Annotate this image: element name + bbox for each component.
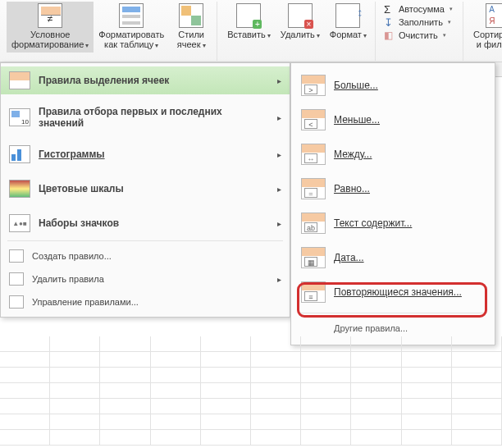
- conditional-formatting-button[interactable]: Условное форматирование: [7, 2, 94, 53]
- conditional-formatting-icon: [38, 3, 62, 28]
- duplicate-values-item[interactable]: ≡ Повторяющиеся значения...: [291, 275, 495, 309]
- between-item[interactable]: ↔ Между...: [291, 137, 495, 171]
- fill-button[interactable]: Заполнить: [381, 16, 456, 28]
- date-label: Дата...: [334, 252, 364, 263]
- color-scales-icon: [9, 180, 30, 198]
- chevron-right-icon: ▸: [277, 219, 281, 228]
- date-icon: ▦: [301, 247, 326, 268]
- sigma-icon: [384, 3, 395, 15]
- new-rule-label: Создать правило...: [32, 251, 281, 261]
- less-than-item[interactable]: < Меньше...: [291, 103, 495, 137]
- duplicate-label: Повторяющиеся значения...: [334, 286, 462, 298]
- between-label: Между...: [334, 149, 372, 160]
- equal-to-icon: =: [301, 178, 326, 199]
- icon-sets-icon: [9, 214, 30, 232]
- conditional-formatting-label: Условное форматирование: [11, 30, 89, 51]
- worksheet-cells[interactable]: [0, 336, 502, 448]
- color-scales-label: Цветовые шкалы: [39, 183, 269, 194]
- manage-rules-label: Управление правилами...: [32, 297, 281, 307]
- format-as-table-icon: [119, 3, 144, 28]
- format-icon: [335, 3, 360, 28]
- sort-filter-button[interactable]: Сортировка и фильтр: [468, 2, 502, 53]
- insert-button[interactable]: Вставить: [222, 2, 276, 43]
- styles-group: Условное форматирование Форматировать ка…: [3, 2, 217, 61]
- greater-than-label: Больше...: [334, 80, 378, 91]
- insert-icon: [236, 3, 261, 28]
- between-icon: ↔: [301, 144, 326, 165]
- insert-label: Вставить: [227, 30, 271, 41]
- a-date-item[interactable]: ▦ Дата...: [291, 240, 495, 275]
- new-rule-icon: [9, 249, 24, 263]
- chevron-right-icon: ▸: [277, 185, 281, 194]
- clear-label: Очистить: [399, 30, 438, 40]
- cell-styles-icon: [179, 3, 203, 28]
- ribbon: Условное форматирование Форматировать ка…: [0, 0, 502, 62]
- icon-sets-item[interactable]: Наборы значков ▸: [1, 209, 290, 237]
- highlight-cells-label: Правила выделения ячеек: [39, 75, 269, 86]
- delete-icon: [288, 3, 313, 28]
- clear-button[interactable]: Очистить: [381, 30, 456, 41]
- clear-rules-icon: [9, 272, 24, 286]
- autosum-button[interactable]: Автосумма: [381, 3, 456, 15]
- cell-styles-button[interactable]: Стили ячеек: [169, 2, 213, 53]
- top-bottom-rules-item[interactable]: Правила отбора первых и последних значен…: [1, 101, 290, 134]
- editing-group: Автосумма Заполнить Очистить: [377, 2, 463, 61]
- fill-icon: [384, 16, 395, 28]
- duplicate-icon: ≡: [301, 281, 326, 303]
- text-contains-icon: ab: [301, 213, 326, 234]
- chevron-right-icon: ▸: [277, 275, 281, 284]
- more-rules-label: Другие правила...: [301, 323, 408, 333]
- delete-button[interactable]: Удалить: [276, 2, 325, 43]
- highlight-cells-rules-item[interactable]: Правила выделения ячеек ▸: [1, 66, 290, 94]
- top-bottom-label: Правила отбора первых и последних значен…: [39, 106, 269, 129]
- manage-rules-item[interactable]: Управление правилами...: [1, 290, 290, 313]
- fill-label: Заполнить: [399, 17, 443, 27]
- autosum-label: Автосумма: [399, 4, 445, 14]
- editing-stack: Автосумма Заполнить Очистить: [381, 2, 456, 41]
- clear-rules-item[interactable]: Удалить правила ▸: [1, 267, 290, 290]
- chevron-right-icon: ▸: [277, 113, 281, 122]
- less-than-label: Меньше...: [334, 114, 380, 126]
- format-label: Формат: [330, 30, 367, 41]
- sort-filter-label: Сортировка и фильтр: [473, 30, 502, 51]
- clear-rules-label: Удалить правила: [32, 274, 269, 284]
- cells-group: Вставить Удалить Формат: [219, 2, 376, 61]
- format-button[interactable]: Формат: [325, 2, 372, 43]
- conditional-formatting-menu: Правила выделения ячеек ▸ Правила отбора…: [0, 62, 290, 318]
- erase-icon: [384, 30, 395, 41]
- chevron-right-icon: ▸: [277, 76, 281, 85]
- manage-rules-icon: [9, 295, 24, 309]
- data-bars-icon: [9, 145, 30, 163]
- chevron-right-icon: ▸: [277, 150, 281, 159]
- text-contains-item[interactable]: ab Текст содержит...: [291, 206, 495, 240]
- data-bars-label: Гистограммы: [39, 149, 269, 160]
- new-rule-item[interactable]: Создать правило...: [1, 245, 290, 267]
- cell-styles-label: Стили ячеек: [177, 30, 206, 51]
- color-scales-item[interactable]: Цветовые шкалы ▸: [1, 175, 290, 203]
- highlight-cells-submenu: > Больше... < Меньше... ↔ Между... = Рав…: [290, 62, 495, 345]
- greater-than-icon: >: [301, 75, 326, 96]
- format-as-table-label: Форматировать как таблицу: [98, 30, 164, 51]
- less-than-icon: <: [301, 109, 326, 130]
- sort-group: Сортировка и фильтр Н: [465, 2, 502, 61]
- format-as-table-button[interactable]: Форматировать как таблицу: [94, 2, 169, 53]
- greater-than-item[interactable]: > Больше...: [291, 68, 495, 103]
- data-bars-item[interactable]: Гистограммы ▸: [1, 140, 290, 168]
- delete-label: Удалить: [281, 30, 320, 41]
- menu-separator: [299, 313, 486, 313]
- icon-sets-label: Наборы значков: [39, 217, 269, 229]
- sort-icon: [486, 3, 502, 28]
- menu-separator: [7, 240, 283, 241]
- text-contains-label: Текст содержит...: [334, 217, 412, 229]
- equal-to-label: Равно...: [334, 183, 370, 194]
- top-bottom-icon: [9, 108, 30, 126]
- highlight-cells-icon: [9, 71, 30, 89]
- equal-to-item[interactable]: = Равно...: [291, 171, 495, 206]
